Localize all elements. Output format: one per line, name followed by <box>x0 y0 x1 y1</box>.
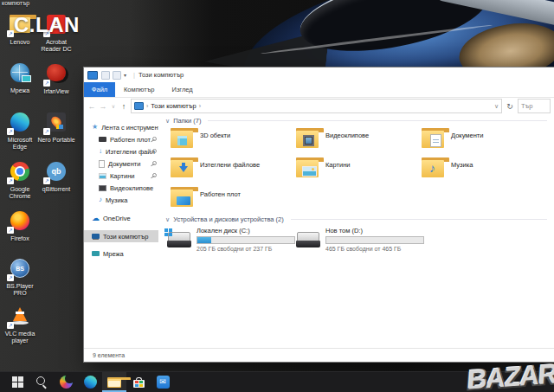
picture-icon <box>99 173 106 179</box>
desktop: компютър C.LAN ↗ Lenovo A ↗ Acrobat Read… <box>0 0 554 392</box>
sidebar-item-pictures[interactable]: Картини <box>84 170 158 182</box>
chevron-down-icon[interactable]: ∨ <box>165 118 170 125</box>
folder-tile-documents[interactable]: Документи <box>422 128 543 152</box>
shortcut-arrow-icon: ↗ <box>43 177 50 184</box>
bazar-watermark: BAZAR <box>466 358 554 392</box>
download-icon: ↓ <box>99 148 102 155</box>
folder-desktop-icon <box>171 187 193 208</box>
shortcut-arrow-icon: ↗ <box>43 80 50 87</box>
refresh-icon[interactable]: ↻ <box>505 102 515 111</box>
sidebar-item-videos[interactable]: Видеоклипове <box>84 182 158 194</box>
start-button[interactable] <box>5 372 29 392</box>
taskbar-cortana-button[interactable] <box>54 372 78 392</box>
pin-icon <box>151 137 156 143</box>
sidebar-item-desktop[interactable]: Работен плот <box>84 133 158 145</box>
shortcut-arrow-icon: ↗ <box>7 30 14 37</box>
taskbar-store-button[interactable] <box>126 372 151 392</box>
drive-c-icon <box>167 232 191 247</box>
drive-tile-d[interactable]: Нов том (D:) 465 ГБ свободни от 465 ГБ <box>296 227 424 252</box>
clan-watermark: C.LAN <box>14 13 80 37</box>
divider <box>208 120 547 121</box>
desktop-icon-chrome[interactable]: ↗ Google Chrome <box>0 161 40 200</box>
network-icon <box>92 251 100 256</box>
sidebar-item-this-pc[interactable]: Този компютър <box>84 230 158 242</box>
folder-3d-icon <box>171 128 193 149</box>
tab-file[interactable]: Файл <box>84 82 115 97</box>
drive-tile-c[interactable]: Локален диск (C:) 205 ГБ свободни от 237… <box>167 227 295 252</box>
folder-pictures-icon <box>296 157 319 178</box>
drive-d-icon <box>296 232 320 247</box>
address-bar[interactable]: › Този компютър › ∨ <box>131 99 502 113</box>
search-input[interactable]: Тър <box>518 99 551 113</box>
folder-tile-videos[interactable]: Видеоклипове <box>296 128 417 152</box>
breadcrumb-separator: › <box>146 103 148 109</box>
chevron-down-icon[interactable]: ∨ <box>165 216 170 223</box>
desktop-icon-nero[interactable]: ↗ Nero Portable <box>36 112 76 144</box>
taskbar-edge-button[interactable] <box>78 372 102 392</box>
mail-icon: ✉ <box>157 376 170 389</box>
shortcut-arrow-icon: ↗ <box>7 128 14 135</box>
store-icon <box>133 377 145 388</box>
folder-tile-pictures[interactable]: Картини <box>296 157 417 182</box>
window-body: ★ Лента с инструменти Работен плот ↓ Изт… <box>84 114 554 349</box>
folder-tile-music[interactable]: ♪ Музика <box>422 157 543 182</box>
sidebar-item-music[interactable]: ♪ Музика <box>84 194 158 206</box>
irfanview-icon <box>47 64 66 81</box>
cortana-icon <box>60 376 73 389</box>
sidebar-item-documents[interactable]: Документи <box>84 157 158 170</box>
new-folder-icon[interactable] <box>113 71 121 80</box>
desktop-icon-bsplayer[interactable]: BS ↗ BS.Player PRO <box>0 258 40 297</box>
tab-computer[interactable]: Компютър <box>115 82 164 97</box>
taskbar-file-explorer-button[interactable] <box>102 372 126 392</box>
back-icon[interactable]: ← <box>87 102 96 111</box>
sidebar-item-network[interactable]: Мрежа <box>84 247 158 260</box>
breadcrumb[interactable]: Този компютър <box>151 102 196 110</box>
file-explorer-window: ▾ | Този компютър Файл Компютър Изглед ←… <box>84 67 554 362</box>
shortcut-arrow-icon: ↗ <box>7 177 14 184</box>
content-pane: ∨ Папки (7) 3D обекти Изтеглени файлове … <box>158 114 554 349</box>
folder-tile-desktop[interactable]: Работен плот <box>171 187 292 211</box>
title-bar[interactable]: ▾ | Този компютър <box>84 67 554 82</box>
computer-icon <box>92 234 100 239</box>
up-icon[interactable]: ↑ <box>119 102 128 111</box>
ribbon-tabs: Файл Компютър Изглед <box>84 82 554 98</box>
devices-group-header[interactable]: ∨ Устройства и дискови устройства (2) <box>165 215 547 223</box>
folder-tile-3d-objects[interactable]: 3D обекти <box>171 128 292 152</box>
desktop-icon-vlc[interactable]: ↗ VLC media player <box>0 305 40 344</box>
divider <box>291 219 547 220</box>
drive-c-usage-bar <box>196 236 295 244</box>
desktop-icon-edge[interactable]: ↗ Microsoft Edge <box>0 112 40 151</box>
tab-view[interactable]: Изглед <box>164 82 202 97</box>
qat-dropdown-icon[interactable]: ▾ <box>124 72 126 78</box>
desktop-icon-network[interactable]: Мрежа <box>0 62 40 94</box>
desktop-icon-qbittorrent[interactable]: qb ↗ qBittorrent <box>36 161 76 193</box>
forward-icon[interactable]: → <box>99 102 107 111</box>
folders-group-header[interactable]: ∨ Папки (7) <box>165 117 547 125</box>
pin-icon <box>151 149 156 155</box>
history-dropdown-icon[interactable]: ∨ <box>110 103 117 109</box>
breadcrumb-separator[interactable]: › <box>199 103 201 109</box>
desktop-icon <box>99 137 106 142</box>
desktop-icon-irfanview[interactable]: ↗ IrfanView <box>36 62 76 95</box>
window-title: Този компютър <box>138 71 184 79</box>
star-icon: ★ <box>92 124 98 131</box>
video-icon <box>99 185 106 191</box>
taskbar-search-button[interactable] <box>29 372 54 392</box>
sidebar-item-quick-access[interactable]: ★ Лента с инструменти <box>84 121 158 133</box>
quick-access-toolbar: ▾ <box>101 71 126 80</box>
folder-tile-downloads[interactable]: Изтеглени файлове <box>171 157 292 182</box>
address-dropdown-icon[interactable]: ∨ <box>494 103 499 110</box>
folder-videos-icon <box>296 128 319 149</box>
taskbar-mail-button[interactable]: ✉ <box>151 372 175 392</box>
windows-logo-icon <box>12 376 23 388</box>
sidebar-item-onedrive[interactable]: ☁ OneDrive <box>84 212 158 224</box>
properties-icon[interactable] <box>101 71 110 80</box>
desktop-icon-firefox[interactable]: ↗ Firefox <box>0 210 40 242</box>
sidebar-item-downloads[interactable]: ↓ Изтеглени файл <box>84 145 158 157</box>
shortcut-arrow-icon: ↗ <box>7 322 14 329</box>
status-bar: 9 елемента <box>84 348 554 362</box>
item-count: 9 елемента <box>93 352 125 358</box>
file-explorer-icon <box>107 377 121 388</box>
this-pc-icon <box>134 102 144 110</box>
folder-documents-icon <box>422 128 444 149</box>
